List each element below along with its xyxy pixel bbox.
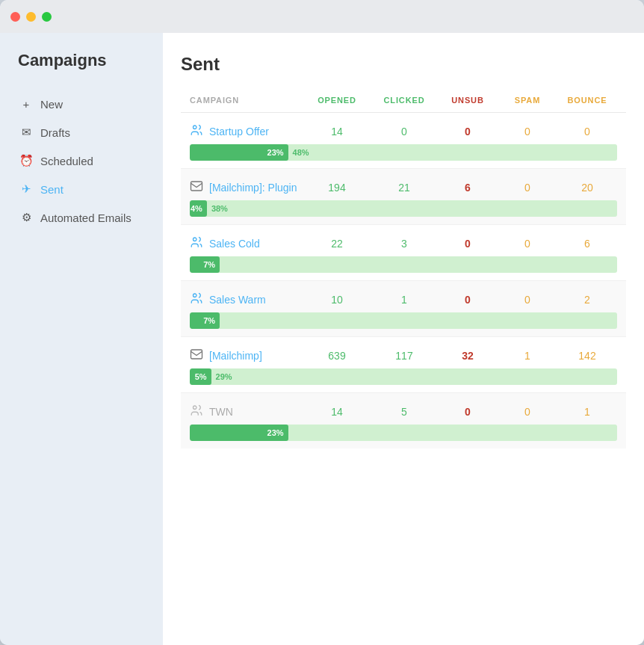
- svg-rect-1: [191, 182, 202, 191]
- cell-value: 14: [303, 126, 371, 138]
- bar-fill: 23%: [190, 144, 288, 161]
- cell-value: 0: [371, 126, 438, 138]
- cell-value: 0: [438, 126, 498, 138]
- maximize-button[interactable]: [42, 12, 52, 22]
- campaigns-table: CAMPAIGN OPENED CLICKED UNSUB SPAM BOUNC…: [181, 96, 626, 448]
- cell-value: 1: [371, 294, 438, 306]
- bar-right-label: 29%: [211, 372, 232, 381]
- table-row[interactable]: [Mailchimp]6391173211425%29%: [181, 337, 626, 393]
- app-body: Campaigns +New✉Drafts⏰Scheduled✈Sent⚙Aut…: [0, 33, 644, 645]
- svg-point-3: [193, 294, 197, 297]
- sidebar-item-new[interactable]: +New: [12, 91, 151, 117]
- cell-value: 32: [438, 350, 498, 362]
- scheduled-label: Scheduled: [40, 155, 93, 167]
- cell-value: 0: [438, 238, 498, 250]
- app-window: Campaigns +New✉Drafts⏰Scheduled✈Sent⚙Aut…: [0, 0, 644, 645]
- campaign-type-icon: [190, 123, 203, 140]
- campaign-name-text: TWN: [209, 406, 233, 418]
- bar-fill: 7%: [190, 312, 220, 329]
- campaign-type-icon: [190, 291, 203, 308]
- bar-fill: 7%: [190, 256, 220, 273]
- row-data: Startup Offer140000: [181, 113, 626, 144]
- drafts-label: Drafts: [40, 126, 70, 139]
- row-data: [Mailchimp]639117321142: [181, 337, 626, 368]
- svg-point-0: [193, 126, 197, 129]
- bar-right-label: 38%: [207, 204, 228, 213]
- table-row[interactable]: Startup Offer14000023%48%: [181, 113, 626, 169]
- campaign-name: Sales Cold: [190, 235, 303, 252]
- close-button[interactable]: [10, 12, 20, 22]
- cell-value: 6: [557, 238, 617, 250]
- campaign-name: [Mailchimp]: [190, 348, 303, 364]
- campaign-name-text: Sales Cold: [209, 238, 260, 250]
- table-row[interactable]: Sales Cold2230067%: [181, 225, 626, 281]
- campaign-name-text: [Mailchimp]: [209, 350, 262, 362]
- cell-value: 1: [498, 350, 557, 362]
- cell-value: 10: [303, 294, 371, 306]
- col-unsub: UNSUB: [438, 96, 498, 105]
- col-campaign: CAMPAIGN: [190, 96, 303, 105]
- campaign-type-icon: [190, 179, 203, 196]
- cell-value: 142: [557, 350, 617, 362]
- progress-bars: 7%: [181, 256, 626, 280]
- bar-track: 5%29%: [190, 368, 617, 385]
- row-data: TWN145001: [181, 393, 626, 425]
- automated-label: Automated Emails: [40, 212, 131, 224]
- col-clicked: CLICKED: [371, 96, 438, 105]
- cell-value: 0: [498, 406, 557, 418]
- cell-value: 5: [371, 406, 438, 418]
- sent-icon: ✈: [19, 182, 33, 196]
- cell-value: 0: [557, 126, 617, 138]
- progress-bars: 23%: [181, 425, 626, 448]
- svg-point-2: [193, 238, 197, 241]
- page-title: Sent: [181, 54, 626, 75]
- table-row[interactable]: [Mailchimp]: Plugin1942160204%38%: [181, 169, 626, 225]
- titlebar: [0, 0, 644, 33]
- cell-value: 20: [557, 182, 617, 194]
- sidebar-item-automated[interactable]: ⚙Automated Emails: [12, 204, 151, 231]
- campaign-name: TWN: [190, 404, 303, 420]
- sidebar: Campaigns +New✉Drafts⏰Scheduled✈Sent⚙Aut…: [0, 33, 163, 645]
- campaign-name: Startup Offer: [190, 123, 303, 140]
- campaign-name-text: [Mailchimp]: Plugin: [209, 182, 297, 194]
- progress-bars: 5%29%: [181, 368, 626, 392]
- sidebar-item-scheduled[interactable]: ⏰Scheduled: [12, 147, 151, 174]
- campaign-name: [Mailchimp]: Plugin: [190, 179, 303, 196]
- minimize-button[interactable]: [26, 12, 36, 22]
- bar-fill: 23%: [190, 425, 288, 441]
- bar-fill-label: 7%: [203, 316, 215, 325]
- bar-track: 23%48%: [190, 144, 617, 161]
- new-icon: +: [19, 98, 33, 111]
- cell-value: 1: [557, 406, 617, 418]
- sent-label: Sent: [40, 183, 64, 196]
- campaign-type-icon: [190, 404, 203, 420]
- cell-value: 2: [557, 294, 617, 306]
- col-opened: OPENED: [303, 96, 371, 105]
- cell-value: 0: [498, 294, 557, 306]
- progress-bars: 4%38%: [181, 200, 626, 224]
- cell-value: 639: [303, 350, 371, 362]
- row-data: Sales Cold223006: [181, 225, 626, 256]
- table-row[interactable]: Sales Warm1010027%: [181, 281, 626, 337]
- cell-value: 0: [438, 406, 498, 418]
- bar-fill-label: 5%: [195, 372, 207, 381]
- table-row[interactable]: TWN14500123%: [181, 393, 626, 448]
- row-data: [Mailchimp]: Plugin194216020: [181, 169, 626, 200]
- cell-value: 0: [498, 238, 557, 250]
- cell-value: 21: [371, 182, 438, 194]
- sidebar-item-drafts[interactable]: ✉Drafts: [12, 119, 151, 146]
- cell-value: 22: [303, 238, 371, 250]
- table-header: CAMPAIGN OPENED CLICKED UNSUB SPAM BOUNC…: [181, 96, 626, 113]
- bar-track: 4%38%: [190, 200, 617, 217]
- bar-fill-label: 4%: [191, 204, 202, 213]
- campaign-name-text: Sales Warm: [209, 294, 266, 306]
- bar-track: 23%: [190, 425, 617, 441]
- sidebar-item-sent[interactable]: ✈Sent: [12, 176, 151, 203]
- cell-value: 0: [438, 294, 498, 306]
- bar-track: 7%: [190, 312, 617, 329]
- cell-value: 14: [303, 406, 371, 418]
- bar-fill-label: 7%: [203, 260, 215, 269]
- automated-icon: ⚙: [19, 211, 33, 224]
- bar-track: 7%: [190, 256, 617, 273]
- scheduled-icon: ⏰: [19, 154, 33, 167]
